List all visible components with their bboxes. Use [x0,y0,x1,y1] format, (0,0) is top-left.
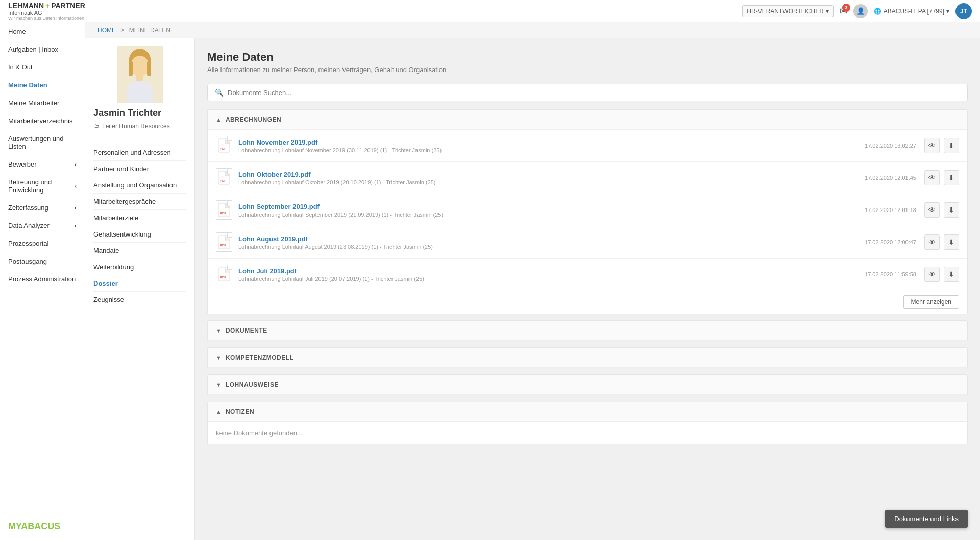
sidebar-arrow-icon: ‹ [75,182,77,190]
user-profile-icon[interactable]: 👤 [853,4,868,18]
profile-name: Jasmin Trichter [93,108,186,119]
profile-avatar-svg [117,46,163,103]
left-nav-item-2[interactable]: Anstellung und Organisation [93,177,186,194]
content-area: HOME > MEINE DATEN [85,22,980,540]
left-nav-item-9[interactable]: Zeugnisse [93,292,186,308]
sidebar-item-8[interactable]: Betreuung und Entwicklung‹ [0,173,85,199]
top-nav-right: HR-VERANTWORTLICHER ▾ ✉ 3 👤 🌐 ABACUS-LEP… [742,3,972,19]
language-label: ABACUS-LEPA [7799] [884,8,944,15]
breadcrumb: HOME > MEINE DATEN [85,22,980,38]
role-icon: 🗂 [93,123,100,130]
section-lohnausweise: ▼ LOHNAUSWEISE [207,374,968,395]
file-date: 17.02.2020 11:59:58 [865,271,916,277]
sidebar-item-0[interactable]: Home [0,22,85,40]
language-selector[interactable]: 🌐 ABACUS-LEPA [7799] ▾ [874,8,949,15]
floating-dokumente-button[interactable]: Dokumente und Links [885,510,968,528]
download-button[interactable]: ⬇ [944,202,959,218]
sidebar-arrow-icon: ‹ [75,204,77,212]
download-button[interactable]: ⬇ [944,138,959,153]
pdf-icon-svg: PDF [218,267,230,281]
svg-rect-14 [218,268,230,281]
sidebar-item-12[interactable]: Postausgang [0,252,85,270]
file-name[interactable]: Lohn November 2019.pdf [238,138,865,146]
sidebar-item-11[interactable]: Prozessportal [0,234,85,252]
download-button[interactable]: ⬇ [944,234,959,250]
globe-icon: 🌐 [874,8,881,15]
download-button[interactable]: ⬇ [944,170,959,185]
file-row: PDF Lohn November 2019.pdf Lohnabrechnun… [208,130,967,162]
file-name[interactable]: Lohn Juli 2019.pdf [238,267,865,275]
sidebar-item-13[interactable]: Prozess Administration [0,270,85,288]
my-label: MY [8,521,21,531]
sidebar-item-4[interactable]: Meine Mitarbeiter [0,94,85,112]
section-dokumente-header[interactable]: ▼ DOKUMENTE [208,321,967,341]
avatar[interactable]: JT [955,3,972,19]
abrechnungen-content: PDF Lohn November 2019.pdf Lohnabrechnun… [208,130,967,290]
section-notizen-header[interactable]: ▲ NOTIZEN [208,402,967,422]
sidebar-item-1[interactable]: Aufgaben | Inbox [0,40,85,58]
sidebar-item-10[interactable]: Data Analyzer‹ [0,217,85,234]
chevron-down-icon: ▼ [216,327,222,334]
left-nav-item-8[interactable]: Dossier [93,275,186,292]
role-selector[interactable]: HR-VERANTWORTLICHER ▾ [742,5,833,17]
svg-rect-8 [218,171,230,184]
svg-point-2 [131,56,149,76]
left-nav-item-0[interactable]: Personalien und Adressen [93,145,186,161]
sidebar-item-5[interactable]: Mitarbeiterverzeichnis [0,112,85,130]
file-name[interactable]: Lohn September 2019.pdf [238,203,865,210]
left-nav-item-1[interactable]: Partner und Kinder [93,161,186,177]
search-input[interactable] [228,89,960,97]
file-actions: 👁 ⬇ [924,170,959,185]
chevron-up-icon: ▲ [216,116,222,123]
section-kompetenzmodell-header[interactable]: ▼ KOMPETENZMODELL [208,348,967,368]
view-button[interactable]: 👁 [924,138,940,153]
section-kompetenzmodell: ▼ KOMPETENZMODELL [207,347,968,368]
logo: LEHMANN + PARTNER Informatik AG Wir mach… [8,2,85,21]
section-dokumente-title: DOKUMENTE [226,327,267,334]
left-nav-item-3[interactable]: Mitarbeitergespräche [93,194,186,210]
page-content: Jasmin Trichter 🗂 Leiter Human Resources… [85,38,980,540]
section-abrechnungen: ▲ ABRECHNUNGEN PDF Lohn November 2019.pd… [207,109,968,314]
file-info: Lohn August 2019.pdf Lohnabrechnung Lohn… [238,235,865,250]
view-button[interactable]: 👁 [924,234,940,250]
left-nav-item-5[interactable]: Gehaltsentwicklung [93,226,186,243]
pdf-file-icon: PDF [216,200,232,220]
sidebar-item-6[interactable]: Auswertungen und Listen [0,130,85,155]
file-actions: 👁 ⬇ [924,267,959,282]
abacus-label: ABACUS [21,521,60,531]
file-date: 17.02.2020 12:00:47 [865,239,916,245]
language-chevron-icon: ▾ [946,8,949,15]
sidebar-item-9[interactable]: Zeiterfassung‹ [0,199,85,217]
sidebar-arrow-icon: ‹ [75,222,77,229]
myabacus-logo: MYABACUS [8,521,77,532]
svg-rect-4 [147,61,151,76]
mehr-anzeigen-button[interactable]: Mehr anzeigen [903,295,959,309]
left-panel: Jasmin Trichter 🗂 Leiter Human Resources… [85,38,195,540]
breadcrumb-home[interactable]: HOME [97,27,116,34]
sidebar-item-2[interactable]: In & Out [0,58,85,76]
sidebar-item-7[interactable]: Bewerber‹ [0,155,85,173]
page-title: Meine Daten [207,51,968,64]
file-name[interactable]: Lohn Oktober 2019.pdf [238,171,865,178]
notification-bell[interactable]: ✉ 3 [840,6,847,17]
view-button[interactable]: 👁 [924,170,940,185]
file-row: PDF Lohn Oktober 2019.pdf Lohnabrechnung… [208,162,967,194]
file-name[interactable]: Lohn August 2019.pdf [238,235,865,243]
file-meta: Lohnabrechnung Lohnlauf September 2019 (… [238,212,865,218]
sidebar-item-3[interactable]: Meine Daten [0,76,85,94]
section-dokumente: ▼ DOKUMENTE [207,320,968,341]
logo-plus: + [45,2,50,10]
page-subtitle: Alle Informationen zu meiner Person, mei… [207,66,968,74]
view-button[interactable]: 👁 [924,202,940,218]
download-button[interactable]: ⬇ [944,267,959,282]
left-nav-item-4[interactable]: Mitarbeiterziele [93,210,186,226]
section-lohnausweise-header[interactable]: ▼ LOHNAUSWEISE [208,375,967,395]
file-actions: 👁 ⬇ [924,234,959,250]
left-nav-item-7[interactable]: Weiterbildung [93,259,186,275]
left-nav-item-6[interactable]: Mandate [93,243,186,259]
pdf-file-icon: PDF [216,136,232,155]
section-abrechnungen-header[interactable]: ▲ ABRECHNUNGEN [208,110,967,130]
view-button[interactable]: 👁 [924,267,940,282]
logo-sub: Informatik AG [8,10,85,16]
left-nav: Personalien und AdressenPartner und Kind… [93,145,186,308]
